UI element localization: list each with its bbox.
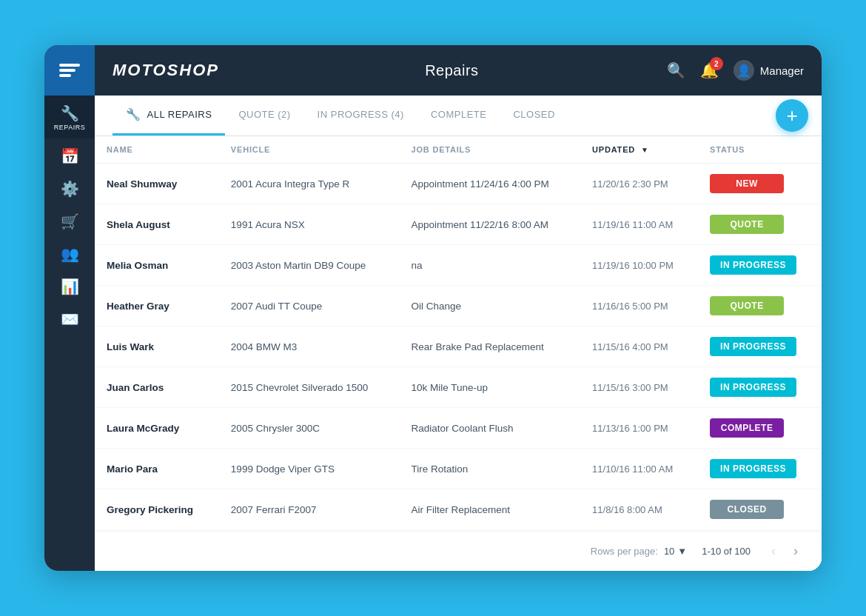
pagination-info: 1-10 of 100 <box>702 546 751 557</box>
tab-all-repairs[interactable]: 🔧 ALL REPAIRS <box>113 96 225 135</box>
logo <box>44 45 95 96</box>
col-header-name: NAME <box>95 136 219 164</box>
col-header-job: JOB DETAILS <box>400 136 581 164</box>
avatar: 👤 <box>734 60 754 81</box>
cell-updated: 11/16/16 5:00 PM <box>580 286 698 327</box>
cell-job: na <box>400 245 581 286</box>
cell-job: Air Filter Replacement <box>400 489 581 530</box>
col-header-vehicle: VEHICLE <box>219 136 400 164</box>
cell-name: Gregory Pickering <box>95 489 219 530</box>
cell-vehicle: 2004 BMW M3 <box>219 327 400 367</box>
cell-vehicle: 2015 Chevrolet Silverado 1500 <box>219 367 400 408</box>
status-badge: CLOSED <box>710 500 784 519</box>
table-row[interactable]: Gregory Pickering 2007 Ferrari F2007 Air… <box>95 489 822 530</box>
tab-closed-label: CLOSED <box>513 109 554 120</box>
sidebar-nav: 🔧 Repairs 📅 ⚙️ 🛒 👥 📊 ✉️ <box>44 96 95 334</box>
cell-job: Appointment 11/24/16 4:00 PM <box>400 164 581 204</box>
col-header-updated[interactable]: UPDATED ▼ <box>580 136 698 164</box>
cell-status: IN PROGRESS <box>698 449 822 489</box>
table-row[interactable]: Heather Gray 2007 Audi TT Coupe Oil Chan… <box>95 286 822 327</box>
table-row[interactable]: Juan Carlos 2015 Chevrolet Silverado 150… <box>95 367 822 408</box>
tab-closed[interactable]: CLOSED <box>500 97 568 134</box>
cell-status: QUOTE <box>698 204 822 245</box>
pagination-prev-button[interactable]: ‹ <box>765 540 782 562</box>
tab-in-progress-label: IN PROGRESS (4) <box>318 109 404 120</box>
tab-quote-label: QUOTE (2) <box>238 109 290 120</box>
cell-status: QUOTE <box>698 286 822 327</box>
sidebar-item-messages[interactable]: ✉️ <box>44 301 95 334</box>
rows-per-page-value: 10 <box>664 546 674 557</box>
cell-vehicle: 2007 Audi TT Coupe <box>219 286 400 327</box>
cell-updated: 11/19/16 10:00 PM <box>580 245 698 286</box>
status-badge: IN PROGRESS <box>710 255 796 275</box>
customers-icon: 👥 <box>61 247 79 261</box>
cell-name: Neal Shumway <box>95 164 219 204</box>
cart-icon: 🛒 <box>61 214 79 229</box>
status-badge: QUOTE <box>710 296 784 315</box>
user-menu-button[interactable]: 👤 Manager <box>734 60 804 81</box>
wrench-icon: 🔧 <box>61 106 79 121</box>
search-button[interactable]: 🔍 <box>667 61 685 79</box>
notifications-button[interactable]: 🔔 2 <box>700 61 719 79</box>
cell-updated: 11/13/16 1:00 PM <box>580 408 698 449</box>
rows-per-page-dropdown-icon: ▼ <box>677 546 687 557</box>
cell-status: IN PROGRESS <box>698 327 822 367</box>
table-row[interactable]: Luis Wark 2004 BMW M3 Rear Brake Pad Rep… <box>95 327 822 367</box>
tab-all-repairs-label: ALL REPAIRS <box>147 109 212 120</box>
tab-quote[interactable]: QUOTE (2) <box>225 97 303 134</box>
cell-vehicle: 2003 Aston Martin DB9 Coupe <box>219 245 400 286</box>
header-brand: MOTOSHOP <box>113 61 219 80</box>
status-badge: IN PROGRESS <box>710 378 796 397</box>
sidebar-item-customers[interactable]: 👥 <box>44 236 95 269</box>
cell-vehicle: 2005 Chrysler 300C <box>219 408 400 449</box>
table-footer: Rows per page: 10 ▼ 1-10 of 100 ‹ › <box>95 531 822 571</box>
rows-per-page-select[interactable]: 10 ▼ <box>664 546 687 557</box>
brand-name: MOTOSHOP <box>113 61 219 80</box>
table-row[interactable]: Melia Osman 2003 Aston Martin DB9 Coupe … <box>95 245 822 286</box>
sidebar-item-reports[interactable]: 📊 <box>44 269 95 301</box>
table-row[interactable]: Mario Para 1999 Dodge Viper GTS Tire Rot… <box>95 449 822 489</box>
sidebar-item-cart[interactable]: 🛒 <box>44 204 95 236</box>
repairs-table-container: NAME VEHICLE JOB DETAILS UPDATED ▼ STATU… <box>95 136 822 531</box>
col-header-status: STATUS <box>698 136 822 164</box>
cell-vehicle: 1999 Dodge Viper GTS <box>219 449 400 489</box>
sidebar-item-repairs[interactable]: 🔧 Repairs <box>44 96 95 138</box>
cell-name: Heather Gray <box>95 286 219 327</box>
cell-name: Luis Wark <box>95 327 219 367</box>
cell-name: Juan Carlos <box>95 367 219 408</box>
cell-status: COMPLETE <box>698 408 822 449</box>
mail-icon: ✉️ <box>61 312 79 327</box>
sidebar-item-settings[interactable]: ⚙️ <box>44 171 95 204</box>
gear-icon: ⚙️ <box>61 181 79 196</box>
status-badge: IN PROGRESS <box>710 337 796 356</box>
cell-vehicle: 2001 Acura Integra Type R <box>219 164 400 204</box>
pagination-next-button[interactable]: › <box>788 540 804 562</box>
add-repair-button[interactable]: + <box>776 99 808 132</box>
cell-name: Melia Osman <box>95 245 219 286</box>
sidebar: 🔧 Repairs 📅 ⚙️ 🛒 👥 📊 ✉️ <box>44 45 95 571</box>
header-actions: 🔍 🔔 2 👤 Manager <box>667 60 804 81</box>
pagination-controls: ‹ › <box>765 540 804 562</box>
table-row[interactable]: Laura McGrady 2005 Chrysler 300C Radiato… <box>95 408 822 449</box>
tab-all-repairs-icon: 🔧 <box>126 107 141 121</box>
cell-status: CLOSED <box>698 489 822 530</box>
cell-name: Shela August <box>95 204 219 245</box>
tab-complete[interactable]: COMPLETE <box>417 97 500 134</box>
status-badge: IN PROGRESS <box>710 459 796 478</box>
cell-updated: 11/15/16 3:00 PM <box>580 367 698 408</box>
status-badge: NEW <box>710 174 784 193</box>
reports-icon: 📊 <box>61 279 79 294</box>
cell-job: Radiator Coolant Flush <box>400 408 581 449</box>
notification-badge: 2 <box>710 57 723 70</box>
cell-job: Oil Change <box>400 286 581 327</box>
cell-name: Mario Para <box>95 449 219 489</box>
tab-in-progress[interactable]: IN PROGRESS (4) <box>304 97 417 134</box>
cell-updated: 11/10/16 11:00 AM <box>580 449 698 489</box>
page-title: Repairs <box>237 62 667 79</box>
sidebar-item-calendar[interactable]: 📅 <box>44 138 95 171</box>
cell-updated: 11/15/16 4:00 PM <box>580 327 698 367</box>
table-row[interactable]: Neal Shumway 2001 Acura Integra Type R A… <box>95 164 822 204</box>
cell-status: NEW <box>698 164 822 204</box>
table-row[interactable]: Shela August 1991 Acura NSX Appointment … <box>95 204 822 245</box>
status-badge: COMPLETE <box>710 418 784 438</box>
